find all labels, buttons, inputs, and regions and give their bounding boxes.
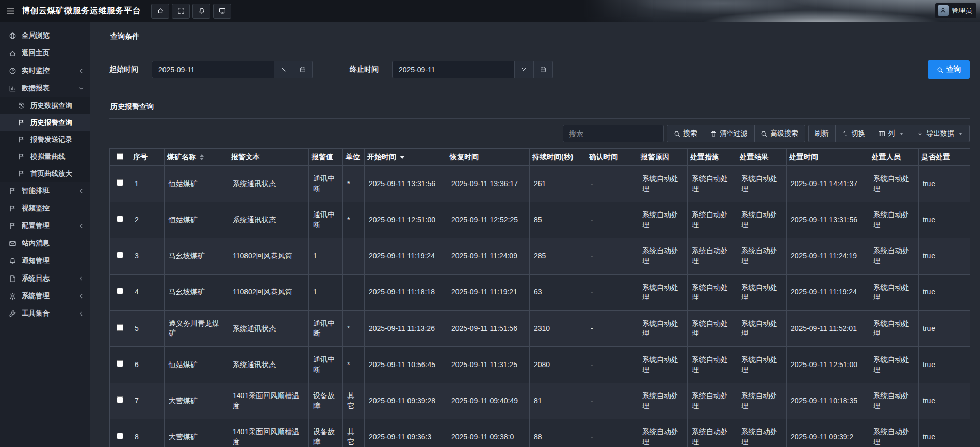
table-cell: 2025-09-11 11:13:26: [365, 310, 447, 346]
table-cell: 系统自动处理: [869, 383, 919, 419]
refresh-button[interactable]: 刷新: [808, 125, 836, 142]
column-header[interactable]: 持续时间(秒): [530, 149, 586, 166]
column-header[interactable]: 处置措施: [688, 149, 737, 166]
row-checkbox[interactable]: [117, 288, 123, 294]
end-date-calendar-button[interactable]: [534, 61, 553, 78]
user-menu[interactable]: 管理员: [935, 3, 976, 18]
table-cell: 7: [130, 383, 165, 419]
sidebar-item[interactable]: 站内消息: [0, 235, 90, 252]
column-header[interactable]: 处置时间: [787, 149, 869, 166]
table-cell: *: [343, 310, 365, 346]
table-cell: [343, 274, 365, 310]
table-cell: 2025-09-11 10:18:35: [787, 383, 869, 419]
row-checkbox[interactable]: [117, 324, 123, 331]
search-icon: [937, 67, 943, 73]
close-icon: [521, 67, 527, 73]
menu-icon[interactable]: [6, 7, 15, 15]
table-header-row: 序号煤矿名称报警文本报警值单位开始时间恢复时间持续时间(秒)确认时间报警原因处置…: [110, 149, 970, 166]
column-header[interactable]: 处置人员: [869, 149, 919, 166]
sidebar-item[interactable]: 报警发送记录: [0, 131, 90, 148]
column-header[interactable]: 报警值: [309, 149, 343, 166]
table-cell: 其它: [343, 419, 365, 447]
advanced-search-button[interactable]: 高级搜索: [754, 125, 805, 142]
end-date-input[interactable]: [392, 61, 515, 78]
row-checkbox[interactable]: [117, 396, 123, 403]
table-cell: 63: [530, 274, 586, 310]
table-cell: 马幺坡煤矿: [165, 274, 228, 310]
row-checkbox[interactable]: [117, 216, 123, 222]
sidebar-item[interactable]: 通知管理: [0, 252, 90, 270]
sidebar-item[interactable]: 返回主页: [0, 44, 90, 62]
table-cell: -: [586, 419, 638, 447]
sidebar-item[interactable]: 模拟量曲线: [0, 148, 90, 165]
sidebar-item[interactable]: 数据报表: [0, 79, 90, 97]
table-cell: 系统自动处理: [737, 419, 787, 447]
monitor-button[interactable]: [213, 4, 231, 19]
start-date-input[interactable]: [152, 61, 274, 78]
sidebar-item-label: 视频监控: [22, 204, 84, 213]
start-date-clear-button[interactable]: [274, 61, 293, 78]
search-button[interactable]: 搜索: [667, 125, 704, 142]
column-header[interactable]: 报警文本: [228, 149, 309, 166]
notifications-button[interactable]: [192, 4, 210, 19]
table-cell: 设备故障: [309, 383, 343, 419]
bell-icon: [9, 257, 17, 265]
sidebar-item[interactable]: 视频监控: [0, 200, 90, 217]
start-time-label: 起始时间: [109, 65, 138, 74]
column-header[interactable]: 恢复时间: [447, 149, 530, 166]
table-cell: 2025-09-11 12:51:00: [787, 346, 869, 383]
sidebar-item[interactable]: 历史报警查询: [0, 114, 90, 131]
select-all-checkbox[interactable]: [117, 153, 123, 160]
table-cell: *: [343, 346, 365, 383]
toggle-view-button[interactable]: 切换: [835, 125, 872, 142]
file-icon: [9, 275, 17, 283]
table-cell: 恒姑煤矿: [165, 166, 228, 202]
sidebar-item-label: 工具集合: [22, 309, 73, 318]
column-header[interactable]: 单位: [343, 149, 365, 166]
column-header[interactable]: 处置结果: [737, 149, 787, 166]
column-header[interactable]: 是否处置: [919, 149, 970, 166]
sidebar-item[interactable]: 历史数据查询: [0, 97, 90, 114]
fullscreen-button[interactable]: [172, 4, 190, 19]
sidebar-item[interactable]: 实时监控: [0, 62, 90, 79]
end-date-clear-button[interactable]: [515, 61, 534, 78]
columns-button[interactable]: 列: [872, 125, 911, 142]
row-checkbox[interactable]: [117, 179, 123, 186]
row-checkbox[interactable]: [117, 252, 123, 258]
table-cell: 马幺坡煤矿: [165, 238, 228, 274]
search-icon: [761, 130, 767, 137]
table-cell: 2025-09-11 11:18:18: [365, 274, 447, 310]
sidebar-item[interactable]: 系统日志: [0, 270, 90, 287]
alarm-table: 序号煤矿名称报警文本报警值单位开始时间恢复时间持续时间(秒)确认时间报警原因处置…: [109, 148, 970, 447]
sidebar-item-label: 系统管理: [22, 291, 73, 301]
table-cell: 1401采面回风顺槽温度: [228, 419, 309, 447]
row-checkbox[interactable]: [117, 360, 123, 367]
column-header[interactable]: 确认时间: [586, 149, 638, 166]
column-header[interactable]: 序号: [130, 149, 165, 166]
home-button[interactable]: [151, 4, 169, 19]
sidebar-item-label: 历史报警查询: [30, 118, 84, 127]
sidebar-item[interactable]: 智能排班: [0, 182, 90, 200]
export-data-button[interactable]: 导出数据: [910, 125, 970, 142]
column-header[interactable]: 报警原因: [638, 149, 688, 166]
sidebar-item[interactable]: 工具集合: [0, 305, 90, 322]
table-search-input[interactable]: [563, 125, 664, 142]
sidebar-item[interactable]: 系统管理: [0, 287, 90, 305]
table-cell: true: [919, 310, 970, 346]
query-button[interactable]: 查询: [928, 60, 970, 79]
start-date-calendar-button[interactable]: [293, 61, 313, 78]
table-row: 3马幺坡煤矿110802回风巷风筒12025-09-11 11:19:24202…: [110, 238, 970, 274]
column-header[interactable]: 开始时间: [365, 149, 447, 166]
sidebar-item[interactable]: 全局浏览: [0, 27, 90, 44]
table-cell: 系统自动处理: [737, 346, 787, 383]
sidebar-item[interactable]: 首页曲线放大: [0, 165, 90, 182]
sidebar-item[interactable]: 配置管理: [0, 217, 90, 235]
row-checkbox[interactable]: [117, 433, 123, 439]
sidebar-item-label: 首页曲线放大: [30, 169, 84, 178]
start-date-group: [152, 61, 313, 78]
flag-icon: [9, 222, 17, 230]
top-navbar: 博创云煤矿微服务运维服务平台 管理员: [0, 0, 980, 22]
column-header[interactable]: 煤矿名称: [165, 149, 228, 166]
clear-filter-button[interactable]: 清空过滤: [704, 125, 755, 142]
user-name: 管理员: [952, 6, 972, 15]
